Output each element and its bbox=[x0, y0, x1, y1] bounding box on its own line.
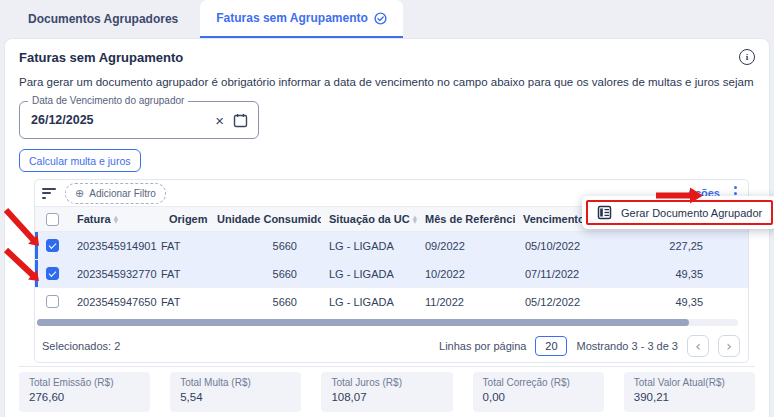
table-cell: 5660 bbox=[209, 296, 321, 308]
total-box: Total Correção (R$)0,00 bbox=[473, 372, 604, 412]
totals-bar: Total Emissão (R$)276,60Total Multa (R$)… bbox=[19, 366, 755, 412]
table-cell: 5660 bbox=[209, 268, 321, 280]
sort-icon[interactable] bbox=[114, 215, 118, 224]
rows-per-page-label: Linhas por página bbox=[439, 340, 526, 352]
table-cell: 05/10/2022 bbox=[515, 240, 619, 252]
due-date-field[interactable]: Data de Vencimento do agrupador 26/12/20… bbox=[19, 101, 259, 139]
total-box: Total Multa (R$)5,54 bbox=[170, 372, 301, 412]
total-value: 5,54 bbox=[180, 391, 291, 403]
plus-circle-icon: ⊕ bbox=[75, 187, 84, 200]
horizontal-scrollbar[interactable] bbox=[37, 319, 738, 326]
selected-count: Selecionados: 2 bbox=[42, 340, 120, 352]
total-value: 0,00 bbox=[483, 391, 594, 403]
showing-range: Mostrando 3 - 3 de 3 bbox=[576, 340, 678, 352]
next-page-button[interactable]: › bbox=[718, 335, 740, 357]
total-value: 390,21 bbox=[634, 391, 745, 403]
column-label: Origem bbox=[169, 213, 208, 225]
calcular-multa-juros-button[interactable]: Calcular multa e juros bbox=[19, 149, 141, 172]
column-header[interactable]: Situação da UC bbox=[321, 213, 417, 225]
add-filter-label: Adicionar Filtro bbox=[89, 188, 156, 199]
total-label: Total Correção (R$) bbox=[483, 377, 594, 388]
table-row[interactable]: 2023545947650FAT5660LG - LIGADA11/202205… bbox=[35, 288, 748, 315]
table-cell: 11/2022 bbox=[417, 296, 515, 308]
menu-item-label: Gerar Documento Agrupador bbox=[621, 207, 762, 219]
column-header[interactable]: Unidade Consumidora bbox=[209, 213, 321, 225]
column-header[interactable]: Fatura bbox=[69, 213, 161, 225]
total-box: Total Valor Atual(R$)390,21 bbox=[624, 372, 755, 412]
acoes-dropdown: Gerar Documento Agrupador bbox=[582, 196, 774, 229]
table-cell: 227,25 bbox=[619, 240, 711, 252]
table-cell: LG - LIGADA bbox=[321, 296, 417, 308]
table-cell: 49,35 bbox=[619, 268, 711, 280]
table-row[interactable]: 2023545932770FAT5660LG - LIGADA10/202207… bbox=[35, 260, 748, 288]
table-cell: LG - LIGADA bbox=[321, 240, 417, 252]
table-body: 2023545914901FAT5660LG - LIGADA09/202205… bbox=[35, 232, 748, 315]
column-label: Fatura bbox=[77, 213, 111, 225]
row-checkbox[interactable] bbox=[46, 267, 59, 280]
tab-documentos-agrupadores[interactable]: Documentos Agrupadores bbox=[12, 0, 194, 38]
scrollbar-thumb[interactable] bbox=[37, 319, 689, 326]
column-header[interactable]: Origem bbox=[161, 213, 209, 225]
document-group-icon bbox=[597, 205, 612, 220]
menu-item-gerar-documento-agrupador[interactable]: Gerar Documento Agrupador bbox=[586, 200, 773, 225]
table-cell: 49,35 bbox=[619, 296, 711, 308]
add-filter-button[interactable]: ⊕ Adicionar Filtro bbox=[65, 183, 166, 204]
table-cell: 5660 bbox=[209, 240, 321, 252]
column-label: Vencimento bbox=[523, 213, 585, 225]
total-label: Total Emissão (R$) bbox=[29, 377, 140, 388]
total-label: Total Valor Atual(R$) bbox=[634, 377, 745, 388]
select-all-checkbox[interactable] bbox=[46, 213, 59, 226]
column-label: Unidade Consumidora bbox=[217, 213, 321, 225]
filter-icon[interactable] bbox=[42, 188, 56, 199]
total-value: 108,07 bbox=[331, 391, 442, 403]
column-label: Mês de Referência bbox=[425, 213, 515, 225]
instruction-text: Para gerar um documento agrupador é obri… bbox=[19, 76, 755, 88]
table-cell: LG - LIGADA bbox=[321, 268, 417, 280]
table-cell: FAT bbox=[161, 268, 209, 280]
tab-faturas-sem-agrupamento[interactable]: Faturas sem Agrupamento bbox=[200, 0, 403, 38]
check-circle-icon bbox=[374, 12, 387, 25]
row-checkbox[interactable] bbox=[46, 295, 59, 308]
clear-date-icon[interactable]: × bbox=[215, 113, 224, 128]
row-checkbox[interactable] bbox=[46, 239, 59, 252]
prev-page-button[interactable]: ‹ bbox=[687, 335, 709, 357]
total-value: 276,60 bbox=[29, 391, 140, 403]
pagination-bar: Selecionados: 2 Linhas por página Mostra… bbox=[35, 330, 748, 362]
table-cell: 2023545932770 bbox=[69, 268, 161, 280]
table-cell: 09/2022 bbox=[417, 240, 515, 252]
table-row[interactable]: 2023545914901FAT5660LG - LIGADA09/202205… bbox=[35, 232, 748, 260]
total-label: Total Multa (R$) bbox=[180, 377, 291, 388]
calendar-icon[interactable] bbox=[233, 113, 248, 128]
due-date-value: 26/12/2025 bbox=[31, 113, 215, 127]
info-icon[interactable]: i bbox=[739, 49, 755, 65]
table-cell: 05/12/2022 bbox=[515, 296, 619, 308]
tab-label: Faturas sem Agrupamento bbox=[216, 11, 368, 25]
table-cell: FAT bbox=[161, 296, 209, 308]
total-box: Total Juros (R$)108,07 bbox=[321, 372, 452, 412]
due-date-label: Data de Vencimento do agrupador bbox=[28, 95, 188, 106]
total-box: Total Emissão (R$)276,60 bbox=[19, 372, 150, 412]
rows-per-page-input[interactable] bbox=[535, 336, 567, 356]
column-label: Situação da UC bbox=[329, 213, 410, 225]
table-cell: 2023545914901 bbox=[69, 240, 161, 252]
table-cell: 2023545947650 bbox=[69, 296, 161, 308]
tab-bar: Documentos Agrupadores Faturas sem Agrup… bbox=[0, 0, 774, 38]
page-title: Faturas sem Agrupamento bbox=[19, 50, 183, 65]
table-cell: 10/2022 bbox=[417, 268, 515, 280]
table-cell: FAT bbox=[161, 240, 209, 252]
table-cell: 07/11/2022 bbox=[515, 268, 619, 280]
total-label: Total Juros (R$) bbox=[331, 377, 442, 388]
column-header[interactable]: Mês de Referência bbox=[417, 213, 515, 225]
